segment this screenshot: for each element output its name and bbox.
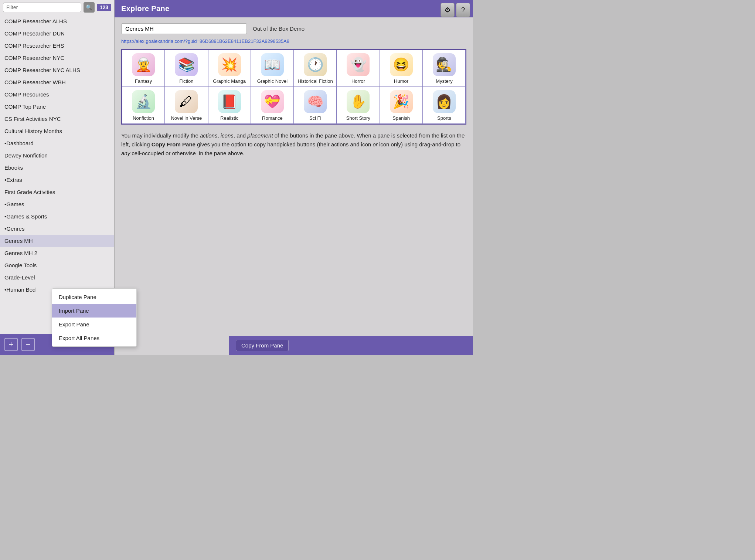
copy-from-pane-button[interactable]: Copy From Pane	[236, 340, 289, 351]
explore-pane-header: Explore Pane	[115, 0, 473, 17]
context-menu: Duplicate PaneImport PaneExport PaneExpo…	[52, 288, 137, 347]
sidebar-item[interactable]: COMP Top Pane	[0, 101, 114, 113]
sidebar-item[interactable]: Genres MH 2	[0, 247, 114, 259]
genre-icon: 😆	[390, 53, 413, 76]
genre-cell[interactable]: 😆Humor	[380, 50, 423, 87]
genre-icon: 📚	[175, 53, 198, 76]
search-bar: 🔍 123	[0, 0, 114, 15]
sidebar-item[interactable]: •Games	[0, 198, 114, 210]
genre-label: Nonfiction	[133, 115, 154, 121]
sidebar-item[interactable]: Ebooks	[0, 162, 114, 174]
sidebar-item[interactable]: COMP Researcher WBH	[0, 76, 114, 88]
sidebar-item[interactable]: Genres MH	[0, 235, 114, 247]
genre-icon: 📕	[218, 90, 241, 113]
genre-icon: 👩	[433, 90, 456, 113]
genre-cell[interactable]: 👻Horror	[337, 50, 380, 87]
explore-pane-title: Explore Pane	[121, 4, 169, 13]
genre-cell[interactable]: ✋Short Story	[337, 87, 380, 124]
genre-cell[interactable]: 🧝Fantasy	[122, 50, 165, 87]
settings-icon[interactable]: ⚙	[441, 3, 455, 17]
genre-label: Fantasy	[135, 78, 152, 84]
sidebar-item[interactable]: •Dashboard	[0, 137, 114, 149]
genre-cell[interactable]: 🖊Novel in Verse	[165, 87, 208, 124]
count-badge: 123	[97, 4, 111, 11]
copy-pane-bar: Copy From Pane	[229, 336, 473, 355]
pane-link[interactable]: https://alex.goalexandria.com/?guid=86D6…	[121, 38, 466, 44]
genre-icon: 🧠	[304, 90, 327, 113]
genre-cell[interactable]: 🕐Historical Fiction	[294, 50, 337, 87]
genre-icon: 🕵	[433, 53, 456, 76]
genre-cell[interactable]: 📖Graphic Novel	[251, 50, 294, 87]
sidebar-item[interactable]: First Grade Activities	[0, 186, 114, 198]
genre-cell[interactable]: 📕Realistic	[208, 87, 251, 124]
remove-pane-button[interactable]: −	[21, 338, 35, 351]
genre-cell[interactable]: 💥Graphic Manga	[208, 50, 251, 87]
genre-label: Short Story	[346, 115, 370, 121]
genre-label: Fiction	[179, 78, 193, 84]
genre-label: Sports	[437, 115, 451, 121]
genre-cell[interactable]: 💝Romance	[251, 87, 294, 124]
sidebar-item[interactable]: •Extras	[0, 174, 114, 186]
context-menu-item[interactable]: Import Pane	[52, 304, 136, 318]
pane-owner: Out of the Box Demo	[253, 26, 305, 32]
context-menu-item[interactable]: Duplicate Pane	[52, 290, 136, 304]
genre-label: Humor	[394, 78, 408, 84]
pane-name-input[interactable]	[121, 23, 247, 34]
genre-icon: ✋	[347, 90, 370, 113]
genre-cell[interactable]: 🔬Nonfiction	[122, 87, 165, 124]
genre-icon: 💝	[261, 90, 284, 113]
genre-label: Graphic Manga	[213, 78, 246, 84]
description-text: You may individually modify the actions,…	[121, 131, 466, 158]
genre-icon: 💥	[218, 53, 241, 76]
sidebar-item[interactable]: Grade-Level	[0, 271, 114, 284]
sidebar-item[interactable]: •Genres	[0, 223, 114, 235]
context-menu-item[interactable]: Export Pane	[52, 318, 136, 331]
genre-label: Romance	[262, 115, 283, 121]
genre-label: Graphic Novel	[257, 78, 288, 84]
sidebar-item[interactable]: Cultural History Months	[0, 125, 114, 137]
genre-icon: 🎉	[390, 90, 413, 113]
pane-meta: Out of the Box Demo	[121, 23, 466, 34]
genre-icon: 🕐	[304, 53, 327, 76]
sidebar-item[interactable]: Dewey Nonfiction	[0, 149, 114, 162]
sidebar-item[interactable]: CS First Activities NYC	[0, 113, 114, 125]
genre-label: Historical Fiction	[297, 78, 333, 84]
genre-label: Mystery	[436, 78, 453, 84]
genre-label: Spanish	[392, 115, 410, 121]
sidebar-item[interactable]: COMP Researcher DUN	[0, 27, 114, 40]
search-input[interactable]	[3, 3, 81, 12]
genre-cell[interactable]: 🕵Mystery	[423, 50, 466, 87]
sidebar-item[interactable]: COMP Researcher NYC ALHS	[0, 64, 114, 76]
sidebar-item[interactable]: •Games & Sports	[0, 210, 114, 223]
sidebar-item[interactable]: COMP Researcher NYC	[0, 52, 114, 64]
genre-cell[interactable]: 📚Fiction	[165, 50, 208, 87]
genre-cell[interactable]: 🎉Spanish	[380, 87, 423, 124]
genre-cell[interactable]: 👩Sports	[423, 87, 466, 124]
add-pane-button[interactable]: +	[4, 338, 18, 351]
genre-label: Realistic	[220, 115, 238, 121]
genre-icon: 🔬	[132, 90, 155, 113]
sidebar-item[interactable]: COMP Researcher EHS	[0, 40, 114, 52]
context-menu-item[interactable]: Export All Panes	[52, 331, 136, 345]
genre-label: Novel in Verse	[171, 115, 202, 121]
explore-body: Out of the Box Demo https://alex.goalexa…	[115, 17, 473, 355]
sidebar-item[interactable]: Google Tools	[0, 259, 114, 271]
genre-grid: 🧝Fantasy📚Fiction💥Graphic Manga📖Graphic N…	[121, 49, 466, 125]
genre-label: Horror	[351, 78, 365, 84]
genre-cell[interactable]: 🧠Sci Fi	[294, 87, 337, 124]
sidebar-item[interactable]: COMP Researcher ALHS	[0, 15, 114, 27]
search-button[interactable]: 🔍	[84, 2, 95, 13]
content-area: Explore Pane Out of the Box Demo https:/…	[115, 0, 473, 355]
help-icon[interactable]: ?	[456, 3, 470, 17]
sidebar-item[interactable]: COMP Resources	[0, 88, 114, 101]
genre-label: Sci Fi	[309, 115, 322, 121]
genre-icon: 🧝	[132, 53, 155, 76]
genre-icon: 👻	[347, 53, 370, 76]
genre-icon: 🖊	[175, 90, 198, 113]
sidebar-list: COMP Researcher ALHSCOMP Researcher DUNC…	[0, 15, 114, 334]
genre-icon: 📖	[261, 53, 284, 76]
